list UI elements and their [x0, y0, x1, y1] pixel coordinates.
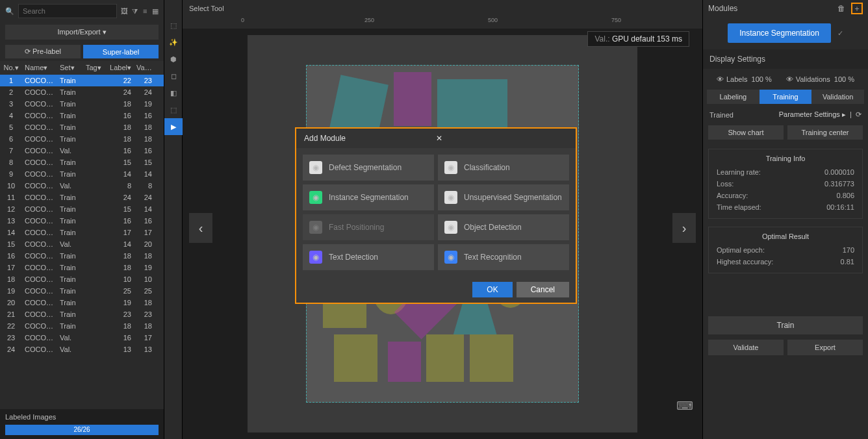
- table-row[interactable]: 1COCO_v...Train2223: [0, 75, 164, 86]
- module-icon: ◉: [309, 191, 322, 204]
- show-chart-button[interactable]: Show chart: [708, 125, 784, 140]
- module-icon: ◉: [444, 191, 457, 204]
- tab-training[interactable]: Training: [760, 90, 812, 104]
- modules-title: Modules: [708, 4, 737, 13]
- next-image-button[interactable]: ›: [672, 213, 696, 243]
- table-row[interactable]: 7COCO_v...Val.1616: [0, 145, 164, 157]
- image-filter-icon[interactable]: 🖼: [121, 6, 128, 16]
- module-icon: ◉: [309, 161, 322, 174]
- wand-tool-icon[interactable]: ✨: [164, 34, 183, 51]
- table-row[interactable]: 4COCO_v...Train1616: [0, 110, 164, 121]
- parameter-settings-link[interactable]: Parameter Settings ▸: [779, 110, 846, 118]
- table-row[interactable]: 13COCO_v...Train1616: [0, 215, 164, 227]
- table-row[interactable]: 2COCO_v...Train2424: [0, 86, 164, 98]
- table-row[interactable]: 8COCO_v...Train1515: [0, 157, 164, 168]
- ok-button[interactable]: OK: [472, 282, 512, 297]
- super-label-button[interactable]: Super-label: [83, 45, 159, 58]
- module-icon: ◉: [309, 221, 322, 234]
- keyboard-icon[interactable]: ⌨: [676, 399, 693, 413]
- table-row[interactable]: 23COCO_v...Val.1617: [0, 332, 164, 344]
- module-icon: ◉: [444, 251, 457, 264]
- left-panel: 🔍 🖼 ⧩ ≡ ▦ Import/Export ▾ ⟳ Pre-label Su…: [0, 0, 164, 439]
- list-icon[interactable]: ≡: [142, 6, 149, 16]
- import-export-button[interactable]: Import/Export ▾: [5, 25, 159, 40]
- training-center-button[interactable]: Training center: [787, 125, 863, 140]
- export-button[interactable]: Export: [787, 340, 863, 355]
- stamp-tool-icon[interactable]: ⬢: [164, 51, 183, 68]
- table-row[interactable]: 3COCO_v...Train1819: [0, 98, 164, 110]
- table-row[interactable]: 24COCO_v...Val.1313: [0, 344, 164, 355]
- cancel-button[interactable]: Cancel: [517, 282, 569, 297]
- search-icon: 🔍: [5, 7, 14, 16]
- module-icon: ◉: [309, 251, 322, 264]
- polygon-tool-icon[interactable]: ◻: [164, 68, 183, 84]
- select-tool-icon[interactable]: ▶: [164, 118, 183, 135]
- module-option: ◉Fast Positioning: [303, 214, 434, 240]
- prev-image-button[interactable]: ‹: [189, 213, 212, 243]
- add-module-icon[interactable]: ＋: [851, 3, 863, 14]
- check-icon: ✓: [837, 29, 843, 38]
- table-row[interactable]: 21COCO_v...Train2323: [0, 308, 164, 320]
- crop-tool-icon[interactable]: ⬚: [164, 17, 183, 34]
- optimal-result-box: Optimal Result Optimal epoch:170Highest …: [708, 227, 863, 273]
- table-header: No.▾ Name▾ Set▾ Tag▾ Label▾ Val.▾: [0, 61, 164, 75]
- eye-icon[interactable]: 👁: [717, 75, 724, 83]
- table-row[interactable]: 22COCO_v...Train1818: [0, 320, 164, 332]
- tool-bar: ⬚ ✨ ⬢ ◻ ◧ ⬚ ▶: [164, 0, 183, 439]
- module-icon: ◉: [444, 161, 457, 174]
- table-row[interactable]: 10COCO_v...Val.88: [0, 180, 164, 192]
- table-body[interactable]: 1COCO_v...Train22232COCO_v...Train24243C…: [0, 75, 164, 409]
- module-option[interactable]: ◉Text Recognition: [438, 244, 569, 270]
- refresh-icon[interactable]: ⟳: [856, 110, 862, 118]
- module-option[interactable]: ◉Text Detection: [303, 244, 434, 270]
- table-row[interactable]: 15COCO_v...Val.1420: [0, 238, 164, 250]
- table-row[interactable]: 12COCO_v...Train1514: [0, 203, 164, 215]
- eye-icon[interactable]: 👁: [786, 75, 793, 83]
- validate-button[interactable]: Validate: [708, 340, 784, 355]
- tool-name-label: Select Tool: [189, 5, 224, 12]
- add-module-dialog: Add Module ✕ ◉Defect Segmentation◉Classi…: [295, 127, 577, 304]
- ruler-horizontal: 0 250 500 750: [183, 17, 702, 29]
- table-row[interactable]: 5COCO_v...Train1818: [0, 121, 164, 133]
- table-row[interactable]: 11COCO_v...Train2424: [0, 192, 164, 203]
- funnel-icon[interactable]: ⧩: [132, 6, 138, 16]
- gpu-badge: Val.: GPU default 153 ms: [587, 31, 689, 47]
- trash-icon[interactable]: 🗑: [836, 3, 847, 14]
- pre-label-button[interactable]: ⟳ Pre-label: [5, 45, 81, 58]
- module-option[interactable]: ◉Unsupervised Segmentation: [438, 184, 569, 210]
- search-input[interactable]: [18, 4, 117, 18]
- grid-icon[interactable]: ▦: [152, 6, 159, 16]
- table-row[interactable]: 16COCO_v...Train1818: [0, 250, 164, 262]
- module-option[interactable]: ◉Classification: [438, 155, 569, 181]
- table-row[interactable]: 17COCO_v...Train1819: [0, 262, 164, 273]
- eraser-tool-icon[interactable]: ◧: [164, 84, 183, 101]
- dialog-title: Add Module: [304, 134, 436, 143]
- module-option[interactable]: ◉Object Detection: [438, 214, 569, 240]
- table-row[interactable]: 20COCO_v...Train1918: [0, 297, 164, 308]
- trained-label: Trained: [709, 111, 734, 119]
- marquee-tool-icon[interactable]: ⬚: [164, 101, 183, 118]
- table-row[interactable]: 6COCO_v...Train1818: [0, 133, 164, 145]
- table-row[interactable]: 9COCO_v...Train1414: [0, 168, 164, 180]
- module-icon: ◉: [444, 221, 457, 234]
- close-icon[interactable]: ✕: [436, 134, 568, 143]
- active-module-pill[interactable]: Instance Segmentation: [728, 23, 831, 43]
- tab-validation[interactable]: Validation: [811, 90, 864, 104]
- table-row[interactable]: 19COCO_v...Train2525: [0, 285, 164, 297]
- right-panel: Modules 🗑 ＋ Instance Segmentation ✓ Disp…: [702, 0, 868, 439]
- display-settings-title: Display Settings: [703, 49, 868, 69]
- module-option[interactable]: ◉Instance Segmentation: [303, 184, 434, 210]
- table-row[interactable]: 14COCO_v...Train1717: [0, 227, 164, 238]
- training-info-box: Training Info Learning rate:0.000010Loss…: [708, 149, 863, 219]
- module-option[interactable]: ◉Defect Segmentation: [303, 155, 434, 181]
- labeled-images-label: Labeled Images: [5, 413, 159, 421]
- labeled-progress: 26/26: [5, 425, 159, 435]
- train-button[interactable]: Train: [708, 316, 863, 334]
- tab-labeling[interactable]: Labeling: [707, 90, 760, 104]
- table-row[interactable]: 18COCO_v...Train1010: [0, 273, 164, 285]
